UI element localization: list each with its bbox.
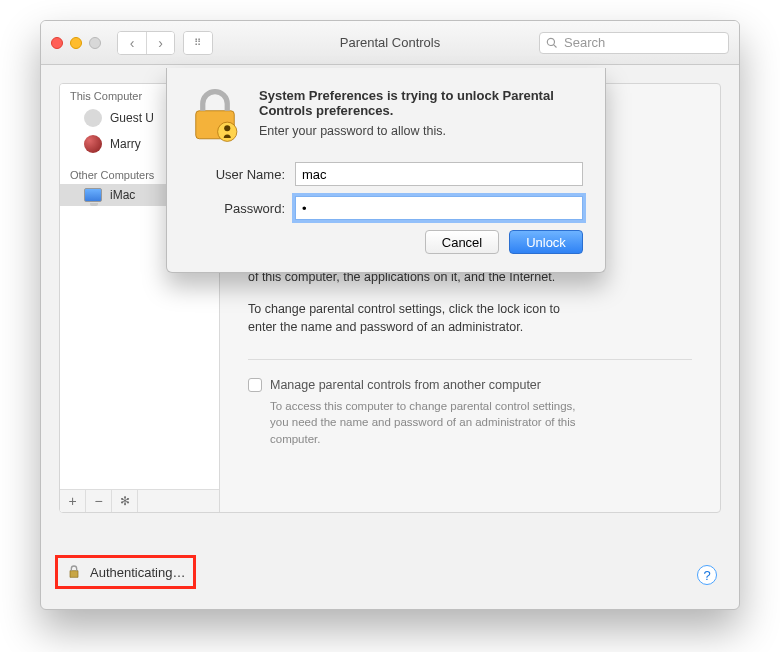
password-label: Password: bbox=[187, 201, 295, 216]
computer-label: iMac bbox=[110, 188, 135, 202]
nav-back-forward: ‹ › bbox=[117, 31, 175, 55]
lock-icon bbox=[66, 564, 82, 580]
grid-icon: ⠿ bbox=[184, 32, 212, 54]
manage-remote-label: Manage parental controls from another co… bbox=[270, 376, 541, 394]
auth-form: User Name: Password: Cancel Unlock bbox=[187, 162, 583, 254]
manage-remote-help: To access this computer to change parent… bbox=[270, 398, 590, 448]
cancel-button[interactable]: Cancel bbox=[425, 230, 499, 254]
back-button[interactable]: ‹ bbox=[118, 32, 146, 54]
add-user-button[interactable]: + bbox=[60, 490, 86, 512]
body-line-2: To change parental control settings, cli… bbox=[248, 300, 588, 336]
password-input[interactable] bbox=[295, 196, 583, 220]
avatar-icon bbox=[84, 109, 102, 127]
svg-point-1 bbox=[218, 122, 237, 141]
show-all-button[interactable]: ⠿ bbox=[183, 31, 213, 55]
dialog-subtitle: Enter your password to allow this. bbox=[259, 124, 583, 138]
lock-status-row[interactable]: Authenticating… bbox=[55, 555, 196, 589]
search-icon bbox=[546, 37, 558, 49]
username-label: User Name: bbox=[187, 167, 295, 182]
traffic-lights bbox=[51, 37, 101, 49]
auth-dialog: System Preferences is trying to unlock P… bbox=[166, 68, 606, 273]
zoom-window-button bbox=[89, 37, 101, 49]
dialog-title: System Preferences is trying to unlock P… bbox=[259, 88, 583, 118]
close-window-button[interactable] bbox=[51, 37, 63, 49]
username-input[interactable] bbox=[295, 162, 583, 186]
avatar-icon bbox=[84, 135, 102, 153]
forward-button[interactable]: › bbox=[146, 32, 174, 54]
lock-status-text: Authenticating… bbox=[90, 565, 185, 580]
help-button[interactable]: ? bbox=[697, 565, 717, 585]
lock-badge-icon bbox=[187, 88, 243, 144]
titlebar: ‹ › ⠿ Parental Controls Search bbox=[41, 21, 739, 65]
checkbox[interactable] bbox=[248, 378, 262, 392]
user-label: Guest U bbox=[110, 111, 154, 125]
search-field[interactable]: Search bbox=[539, 32, 729, 54]
divider bbox=[248, 359, 692, 360]
manage-remote-checkbox-row[interactable]: Manage parental controls from another co… bbox=[248, 376, 692, 394]
user-label: Marry bbox=[110, 137, 141, 151]
minimize-window-button[interactable] bbox=[70, 37, 82, 49]
remove-user-button[interactable]: − bbox=[86, 490, 112, 512]
sidebar-actions-button[interactable]: ✻ bbox=[112, 490, 138, 512]
unlock-button[interactable]: Unlock bbox=[509, 230, 583, 254]
svg-point-2 bbox=[224, 125, 230, 131]
sidebar-footer: + − ✻ bbox=[60, 489, 219, 512]
imac-icon bbox=[84, 188, 102, 202]
search-placeholder: Search bbox=[564, 35, 605, 50]
